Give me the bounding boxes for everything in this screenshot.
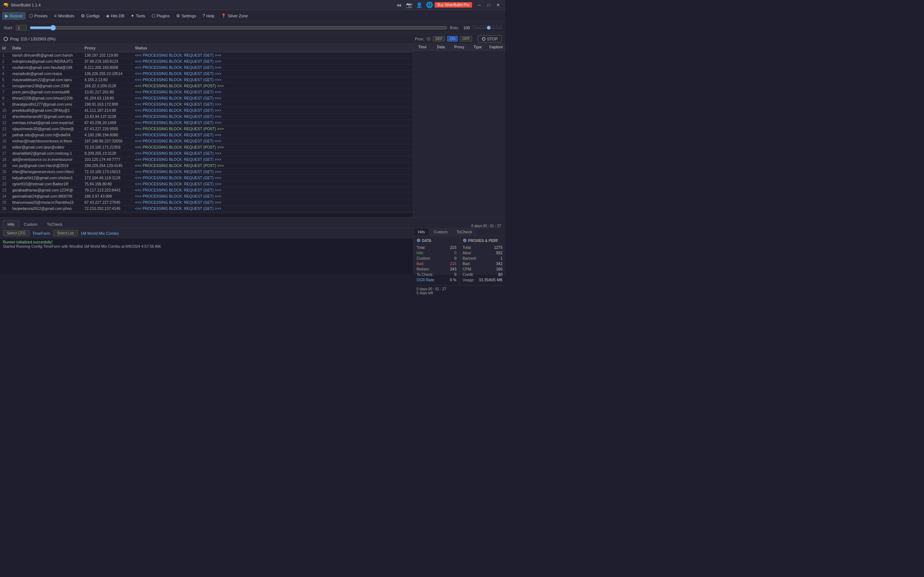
table-row[interactable]: 13 vijayshreedu30@gmail.com:Shree@ 67.43… [0, 126, 413, 132]
cell-status: <<< PROCESSING BLOCK: REQUEST (GET) >>> [133, 108, 413, 113]
proxy-stat-total: Total: 1275 [463, 245, 503, 250]
stats-tab-tocheck[interactable]: ToCheck [452, 228, 477, 235]
buy-pro-button[interactable]: Buy SilverBullet Pro [435, 2, 472, 8]
cell-status: <<< PROCESSING BLOCK: REQUEST (GET) >>> [133, 200, 413, 205]
tab-tocheck[interactable]: ToCheck [42, 220, 67, 228]
cell-proxy: 103.125.174.49:7777 [82, 156, 133, 162]
menu-plugins[interactable]: ⬡ Plugins [149, 12, 173, 20]
right-panel-header: Time Data Proxy Type Capture [413, 44, 505, 50]
cell-status: <<< PROCESSING BLOCK: REQUEST (GET) >>> [133, 95, 413, 101]
history-icon[interactable]: ⏮ [395, 1, 404, 10]
menu-proxies[interactable]: ⬡ Proxies [26, 12, 50, 20]
close-button[interactable]: ✕ [494, 2, 502, 9]
tick-mark [493, 25, 494, 27]
prox-indicator [426, 37, 431, 41]
tab-custom[interactable]: Custom [19, 220, 42, 228]
table-row[interactable]: 16 editor@gmail.com:ijepr@editor 72.10.1… [0, 144, 413, 150]
prox-on-button[interactable]: ON [447, 36, 458, 42]
table-row[interactable]: 2 indrajitmula@gmail.com:INDRAJIT1 37.98… [0, 58, 413, 64]
stats-tab-hits[interactable]: Hits [414, 228, 430, 235]
right-col-proxy: Proxy [450, 44, 468, 50]
cell-id: 3 [0, 64, 10, 70]
cell-status: <<< PROCESSING BLOCK: REQUEST (GET) >>> [133, 132, 413, 138]
menu-settings[interactable]: ⚙ Settings [173, 12, 199, 20]
table-row[interactable]: 24 garimabhati24@gmail.com:880076f 186.3… [0, 193, 413, 200]
cell-id: 23 [0, 187, 10, 193]
table-row[interactable]: 14 pathak.edu@gmail.com:h@rdw0rk 4.190.1… [0, 132, 413, 138]
active-list: 1M World Mix Combo [81, 231, 119, 235]
table-row[interactable]: 22 rgrier810@hotmail.com:Bailee18! 75.84… [0, 181, 413, 187]
tick-mark [478, 25, 478, 27]
menu-help[interactable]: ? Help [200, 12, 217, 20]
cell-status: <<< PROCESSING BLOCK: REQUEST (GET) >>> [133, 89, 413, 95]
cell-proxy: 67.43.227.226:9505 [82, 126, 133, 132]
table-row[interactable]: 19 vvc.jsp@gmail.com:Harsh@2019 199.229.… [0, 163, 413, 169]
right-col-time: Time [413, 44, 432, 50]
cell-data: noufalmrk@gmail.com:Noufal@198 [10, 64, 82, 70]
cell-status: <<< PROCESSING BLOCK: REQUEST (GET) >>> [133, 187, 413, 193]
menu-tools[interactable]: ✦ Tools [128, 12, 148, 20]
minimize-button[interactable]: ─ [475, 2, 484, 9]
progress-radio[interactable] [3, 37, 8, 41]
cell-status: <<< PROCESSING BLOCK: REQUEST (POST) >>> [133, 144, 413, 150]
select-cfg-button[interactable]: Select CFG [3, 230, 30, 236]
cell-proxy: 67.43.236.20:1469 [82, 120, 133, 126]
cell-status: <<< PROCESSING BLOCK: REQUEST (GET) >>> [133, 169, 413, 174]
globe-icon[interactable]: 🌐 [425, 1, 434, 10]
cell-proxy: 72.10.160.173:15013 [82, 169, 133, 174]
menu-silverzone[interactable]: 📍 Silver Zone [218, 12, 251, 20]
stats-tabs: Hits Custom ToCheck [414, 228, 505, 236]
data-stats-col: ⚙ DATA Total: 215 Hits: 0 Custom: 0 Bad: [414, 236, 460, 285]
cell-proxy: 8.211.200.183:8008 [82, 64, 133, 70]
help-icon: ? [202, 13, 205, 18]
controls-bar: Start: Bots: 100 [0, 22, 505, 34]
progress-slider[interactable] [30, 25, 447, 31]
cell-proxy: 79.117.113.222:8443 [82, 187, 133, 193]
table-row[interactable]: 23 garabaathanas@gmail.com:1234!@ 79.117… [0, 187, 413, 193]
cell-proxy: 13.83.94.137:3128 [82, 114, 133, 119]
table-row[interactable]: 8 bheart2206@gmail.com:bheart2206 41.204… [0, 95, 413, 102]
stop-button[interactable]: STOP [478, 35, 502, 43]
start-input[interactable] [16, 25, 27, 31]
proxy-stat-banned: Banned: 1 [463, 256, 503, 260]
table-row[interactable]: 11 dramiteshanand97@gmail.com:ans 13.83.… [0, 114, 413, 120]
table-row[interactable]: 6 renugannan238@gmail.com:2306 165.22.3.… [0, 83, 413, 89]
table-row[interactable]: 12 eventaa.irshad@gmail.com:experia1 67.… [0, 120, 413, 126]
tick-mark [475, 25, 476, 27]
table-header: Id Data Proxy Status [0, 44, 413, 52]
table-row[interactable]: 4 reazadude@gmail.com:reaza 136.226.255.… [0, 71, 413, 77]
table-row[interactable]: 15 mohan@matchboxventures.in:them 197.24… [0, 138, 413, 144]
cell-id: 4 [0, 71, 10, 76]
table-row[interactable]: 9 bharatgandhi1277@gmail.com:oms 198.91.… [0, 102, 413, 108]
maximize-button[interactable]: □ [485, 2, 493, 9]
table-row[interactable]: 10 preetidudi0@gmail.com:2fFAty@1 41.111… [0, 108, 413, 114]
select-list-button[interactable]: Select List [53, 230, 78, 236]
table-row[interactable]: 18 ajit@eventsource.co.in:eventsource 10… [0, 156, 413, 163]
menu-runner[interactable]: ▶ Runner [2, 12, 26, 20]
tab-hits[interactable]: Hits [3, 220, 19, 228]
table-row[interactable]: 7 prem.jains@gmail.com:eventaa98 13.81.2… [0, 89, 413, 95]
prox-def-button[interactable]: DEF [433, 36, 445, 42]
cell-status: <<< PROCESSING BLOCK: REQUEST (GET) >>> [133, 71, 413, 76]
stats-tab-custom[interactable]: Custom [430, 228, 452, 235]
table-row[interactable]: 25 bhanumswa20@mssw.in:Rambha15 67.43.22… [0, 200, 413, 206]
cell-proxy: 165.22.3.209:3128 [82, 83, 133, 89]
prox-off-button[interactable]: OFF [460, 36, 472, 42]
result-tabs: Hits Custom ToCheck 0 days 00 : 01 : 27 [0, 217, 505, 228]
menu-wordlists[interactable]: ≡ Wordlists [51, 12, 77, 20]
table-row[interactable]: 1 harish.dhiryan86@gmail.com:harish 138.… [0, 52, 413, 58]
table-row[interactable]: 17 dinarlatifah2@gmail.com:mebceg-1 8.20… [0, 150, 413, 156]
stat-retries: Retries: 343 [417, 267, 457, 271]
table-row[interactable]: 20 irfan@famegameservices.com:irfan1 72.… [0, 169, 413, 175]
menu-configs[interactable]: ⚙ Configs [78, 12, 102, 20]
table-row[interactable]: 3 noufalmrk@gmail.com:Noufal@198 8.211.2… [0, 64, 413, 71]
table-row[interactable]: 21 katyalruchit12@gmail.com:chicken1 172… [0, 175, 413, 181]
menu-hitsdb[interactable]: ◈ Hits DB [103, 12, 127, 20]
table-row[interactable]: 5 mayanaibtisam22@gmail.com:aaru 4.155.2… [0, 77, 413, 83]
cell-id: 12 [0, 120, 10, 126]
table-row[interactable]: 26 harjeetarora2612@gmail.com:phoo 72.21… [0, 206, 413, 212]
person-icon[interactable]: 👤 [415, 1, 424, 10]
bots-thumb[interactable] [487, 26, 491, 29]
camera-icon[interactable]: 📷 [405, 1, 414, 10]
horizontal-scrollbar[interactable] [0, 213, 413, 217]
